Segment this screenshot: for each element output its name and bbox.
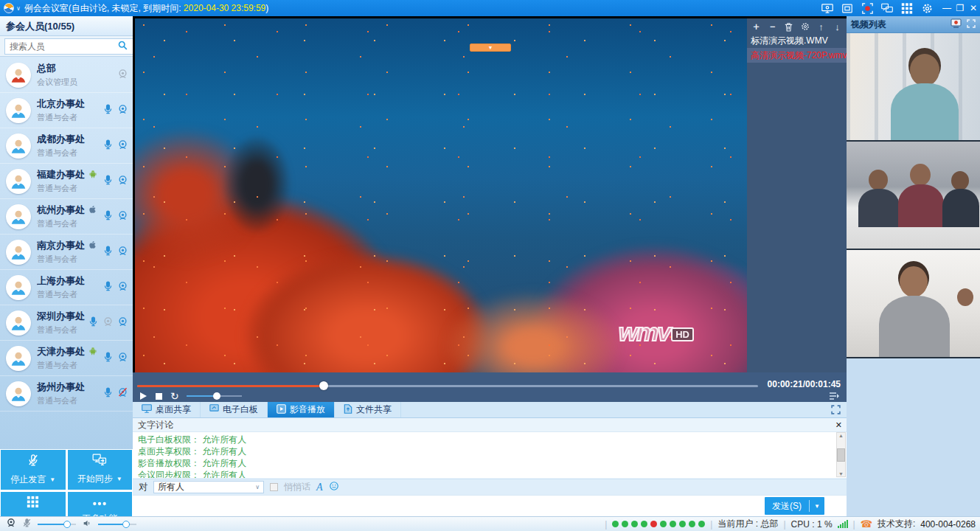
chat-message-area[interactable]: 电子白板权限： 允许所有人桌面共享权限： 允许所有人影音播放权限： 允许所有人会… (133, 431, 847, 478)
participant-name-text: 福建办事处 (37, 168, 85, 181)
camera-grey-icon[interactable] (117, 69, 128, 82)
volume-slider[interactable] (187, 392, 242, 400)
mic-icon[interactable] (102, 139, 114, 153)
video-thumbnail[interactable] (847, 33, 980, 142)
grid-mode-icon[interactable] (901, 2, 913, 14)
action-button-mic-slash[interactable]: 停止发言▼ (1, 450, 66, 490)
move-up-icon[interactable]: ↑ (816, 22, 826, 32)
minimize-button[interactable]: — (940, 3, 953, 13)
move-down-icon[interactable]: ↓ (833, 22, 842, 32)
media-video[interactable]: wmv HD (135, 18, 747, 372)
mic-icon[interactable] (88, 316, 99, 330)
camera-icon[interactable] (117, 139, 128, 153)
webcam-status-icon[interactable] (6, 518, 16, 530)
tab-file-share[interactable]: 文件共享 (335, 402, 401, 417)
room-menu-caret-icon[interactable]: ∨ (16, 5, 21, 12)
window-mode-icon[interactable] (841, 2, 853, 14)
tab-media-play[interactable]: 影音播放 (268, 402, 335, 417)
camera-icon[interactable] (117, 210, 128, 223)
tab-whiteboard[interactable]: 电子白板 (201, 402, 268, 417)
add-icon[interactable]: ＋ (751, 22, 761, 32)
send-button[interactable]: 发送(S) ▼ (765, 497, 824, 515)
screen-share-icon[interactable] (881, 2, 893, 14)
mic-icon[interactable] (102, 351, 114, 365)
chat-close-icon[interactable]: ✕ (835, 420, 842, 430)
mic-icon[interactable] (102, 386, 114, 400)
camera-icon[interactable] (117, 316, 128, 330)
search-input[interactable] (4, 38, 135, 55)
settings-gear-icon[interactable] (921, 2, 933, 14)
playlist-item-label: 标清演示视频.WMV (751, 33, 828, 48)
remove-icon[interactable]: － (768, 22, 777, 32)
mic-icon[interactable] (102, 245, 114, 259)
stop-icon[interactable] (155, 392, 163, 400)
grid-mode-icon (27, 496, 39, 510)
speaker-volume-slider[interactable] (98, 520, 136, 529)
close-button[interactable]: ✕ (967, 3, 980, 13)
playlist-item[interactable]: 高清演示视频-720P.wmv删除 (747, 48, 847, 63)
whisper-checkbox[interactable] (270, 483, 278, 491)
chat-scrollbar[interactable]: ▲ ▼ (836, 432, 846, 477)
participant-row[interactable]: 上海办事处普通与会者 (0, 270, 133, 305)
fullscreen-icon[interactable] (831, 402, 847, 417)
mic-muted-icon[interactable] (22, 518, 32, 530)
message-input[interactable] (133, 495, 847, 516)
participant-row[interactable]: 扬州办事处普通与会者 (0, 376, 133, 412)
video-thumbnail[interactable] (847, 250, 980, 358)
window-title: 例会会议室(自由讨论, 未锁定, 到期时间: 2020-04-30 23:59:… (24, 2, 268, 15)
camera-icon[interactable] (117, 246, 128, 259)
participant-row[interactable]: 成都办事处普通与会者 (0, 128, 133, 164)
scroll-down-icon[interactable]: ▼ (838, 471, 844, 476)
participant-row[interactable]: 天津办事处普通与会者 (0, 341, 133, 376)
expand-icon[interactable] (967, 19, 976, 30)
camera-icon[interactable] (117, 281, 128, 294)
video-thumbnail[interactable] (847, 142, 980, 250)
play-icon[interactable] (139, 392, 147, 400)
mic-icon[interactable] (102, 280, 114, 294)
emoji-icon[interactable] (329, 481, 339, 493)
replay-icon[interactable]: ↻ (170, 392, 179, 400)
video-broadcast-icon[interactable] (951, 18, 962, 30)
participant-row[interactable]: 杭州办事处普通与会者 (0, 199, 133, 235)
connection-dot (679, 521, 686, 527)
participant-row[interactable]: 总部会议管理员 (0, 58, 133, 93)
participant-row[interactable]: 南京办事处普通与会者 (0, 235, 133, 270)
participant-row[interactable]: 北京办事处普通与会者 (0, 93, 133, 128)
camera-icon[interactable] (117, 175, 128, 188)
participant-row[interactable]: 深圳办事处普通与会者 (0, 305, 133, 341)
camera-grey-icon[interactable] (102, 316, 114, 330)
search-icon[interactable] (117, 40, 128, 53)
titlebar-toolbar (821, 2, 940, 14)
speaker-icon[interactable] (82, 518, 92, 530)
mic-icon[interactable] (102, 209, 114, 223)
scroll-thumb[interactable] (837, 448, 845, 462)
camera-icon[interactable] (117, 104, 128, 117)
chat-collapse-handle[interactable]: ▼ (470, 44, 511, 52)
participant-row[interactable]: 福建办事处普通与会者 (0, 164, 133, 199)
participant-name: 扬州办事处 (37, 381, 102, 394)
settings-icon[interactable] (800, 22, 810, 32)
record-icon[interactable] (861, 2, 873, 14)
camera-off-icon[interactable] (117, 387, 128, 400)
playlist-item[interactable]: 标清演示视频.WMV (747, 33, 847, 48)
tab-desktop-share[interactable]: 桌面共享 (133, 402, 201, 417)
seek-handle[interactable] (319, 381, 328, 390)
trash-icon[interactable] (784, 22, 793, 32)
chat-panel: 文字讨论 ✕ 电子白板权限： 允许所有人桌面共享权限： 允许所有人影音播放权限：… (133, 418, 847, 516)
mic-icon[interactable] (102, 174, 114, 188)
playlist-toggle-icon[interactable] (829, 392, 839, 403)
mic-icon[interactable] (102, 103, 114, 117)
send-options-caret-icon[interactable]: ▼ (810, 503, 824, 510)
mic-volume-slider[interactable] (38, 520, 76, 529)
maximize-button[interactable]: ❐ (953, 3, 967, 13)
expire-time: 2020-04-30 23:59:59 (184, 3, 265, 13)
remote-desktop-icon[interactable] (821, 2, 833, 14)
scroll-up-icon[interactable]: ▲ (838, 433, 844, 438)
seek-bar[interactable] (137, 381, 758, 390)
font-button[interactable]: A (316, 482, 323, 493)
mic-slash-icon (27, 454, 40, 469)
chat-message: 电子白板权限： 允许所有人 (138, 434, 833, 445)
action-button-sync-screens[interactable]: 开始同步▼ (68, 450, 133, 490)
recipient-select[interactable]: 所有人∨ (153, 481, 264, 493)
camera-icon[interactable] (117, 352, 128, 365)
